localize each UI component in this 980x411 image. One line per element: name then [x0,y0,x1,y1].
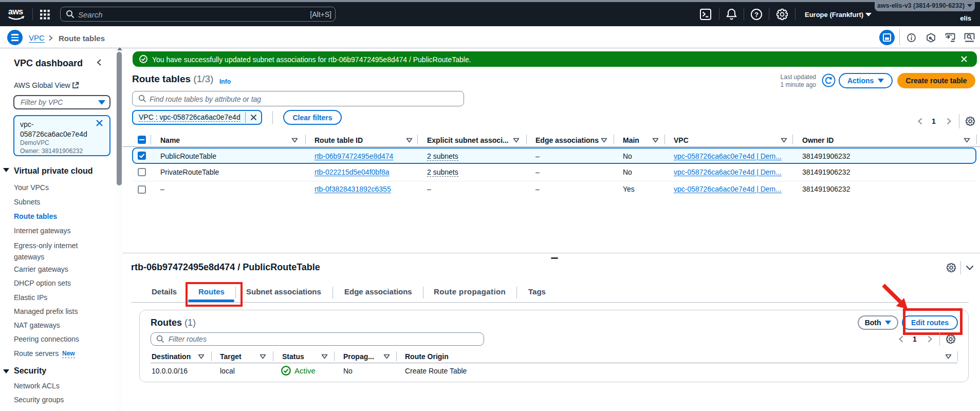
svg-text:?: ? [754,11,759,18]
svg-text:aws: aws [8,7,23,16]
